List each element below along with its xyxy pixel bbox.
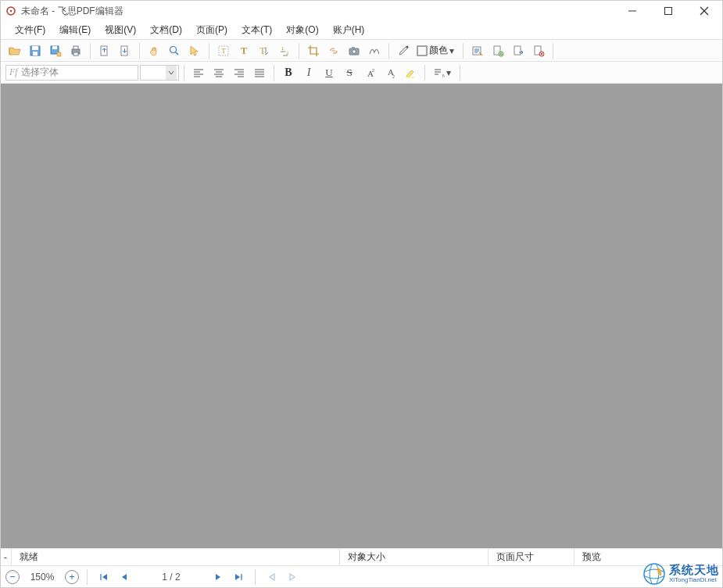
chevron-down-icon: ▾ — [445, 67, 453, 78]
menu-text[interactable]: 文本(T) — [235, 21, 278, 39]
toolbar-separator — [184, 65, 184, 81]
align-justify-button[interactable] — [250, 64, 269, 81]
strikethrough-button[interactable]: S — [340, 64, 359, 81]
document-canvas[interactable] — [1, 84, 722, 548]
align-right-button[interactable] — [230, 64, 249, 81]
text-cursor-button[interactable]: T — [255, 42, 274, 59]
status-bar: ‑ 就绪 对象大小 页面尺寸 预览 — [1, 548, 722, 565]
open-button[interactable] — [5, 42, 24, 59]
zoom-tool-button[interactable] — [165, 42, 184, 59]
status-object-size: 对象大小 — [340, 549, 489, 565]
font-prefix-icon: Ff — [9, 66, 18, 78]
font-family-combo[interactable]: Ff 选择字体 — [5, 65, 138, 81]
window-title: 未命名 - 飞思PDF编辑器 — [21, 5, 123, 18]
align-center-button[interactable] — [209, 64, 228, 81]
color-picker-button[interactable]: 颜色 ▾ — [414, 42, 458, 59]
eyedropper-button[interactable] — [394, 42, 413, 59]
svg-rect-32 — [417, 46, 427, 56]
edit-text-button[interactable]: T — [214, 42, 233, 59]
prev-page-button[interactable] — [116, 568, 133, 586]
delete-page-button[interactable] — [529, 42, 548, 59]
menu-document[interactable]: 文档(D) — [144, 21, 188, 39]
title-bar: 未命名 - 飞思PDF编辑器 — [1, 1, 722, 21]
svg-line-17 — [176, 52, 179, 55]
svg-rect-43 — [406, 77, 414, 78]
svg-rect-3 — [665, 8, 672, 15]
link-button[interactable] — [324, 42, 343, 59]
menu-file[interactable]: 文件(F) — [9, 21, 52, 39]
text-tool-button[interactable]: T — [234, 42, 253, 59]
svg-point-27 — [353, 49, 356, 53]
history-forward-button[interactable] — [284, 568, 301, 586]
toolbar-main: T T T 12 颜色 ▾ — [1, 40, 722, 62]
extract-page-button[interactable] — [509, 42, 528, 59]
svg-rect-13 — [73, 52, 78, 56]
crop-button[interactable] — [304, 42, 323, 59]
hand-tool-button[interactable] — [145, 42, 163, 59]
page-down-button[interactable] — [116, 42, 134, 59]
svg-rect-8 — [33, 52, 38, 56]
window-controls — [614, 1, 722, 21]
svg-point-16 — [170, 46, 177, 52]
italic-button[interactable]: I — [299, 64, 318, 81]
toolbar-separator — [209, 43, 209, 59]
svg-rect-7 — [32, 46, 38, 50]
toolbar-separator — [90, 43, 91, 59]
form-field-button[interactable] — [468, 42, 487, 59]
menu-bar: 文件(F) 编辑(E) 视图(V) 文档(D) 页面(P) 文本(T) 对象(O… — [1, 21, 722, 40]
font-size-combo[interactable] — [140, 65, 179, 81]
underline-button[interactable]: U — [320, 64, 338, 81]
next-page-button[interactable] — [209, 568, 227, 586]
close-button[interactable] — [686, 1, 722, 21]
menu-view[interactable]: 视图(V) — [98, 21, 142, 39]
menu-account[interactable]: 账户(H) — [327, 21, 371, 39]
select-tool-button[interactable] — [185, 42, 204, 59]
bold-button[interactable]: B — [279, 64, 298, 81]
nav-separator — [87, 569, 88, 585]
line-spacing-button[interactable]: 12 — [275, 42, 294, 59]
history-back-button[interactable] — [263, 568, 281, 586]
add-page-button[interactable] — [489, 42, 507, 59]
page-up-button[interactable] — [95, 42, 114, 59]
svg-rect-28 — [352, 47, 355, 48]
chevron-down-icon — [166, 66, 177, 80]
minimize-button[interactable] — [614, 1, 650, 21]
watermark-logo: 系统天地 XiTongTianDi.net — [642, 562, 719, 586]
nav-bar: − 150% + 1 / 2 — [1, 565, 722, 587]
first-page-button[interactable] — [95, 568, 113, 586]
subscript-button[interactable]: A2 — [381, 64, 399, 81]
save-button[interactable] — [26, 42, 45, 59]
toolbar-separator — [463, 43, 464, 59]
maximize-button[interactable] — [650, 1, 686, 21]
zoom-in-button[interactable]: + — [65, 570, 79, 584]
save-as-button[interactable] — [46, 42, 65, 59]
menu-page[interactable]: 页面(P) — [190, 21, 234, 39]
zoom-out-button[interactable]: − — [5, 570, 20, 584]
last-page-button[interactable] — [230, 568, 247, 586]
highlight-button[interactable] — [401, 64, 420, 81]
svg-rect-36 — [514, 46, 521, 55]
zoom-level[interactable]: 150% — [23, 572, 62, 583]
svg-text:2: 2 — [392, 74, 395, 79]
menu-object[interactable]: 对象(O) — [280, 21, 324, 39]
watermark-en: XiTongTianDi.net — [669, 577, 719, 584]
status-collapse-button[interactable]: ‑ — [1, 549, 12, 565]
status-page-size: 页面尺寸 — [489, 549, 574, 565]
align-left-button[interactable] — [189, 64, 208, 81]
svg-text:T: T — [241, 45, 248, 56]
print-button[interactable] — [66, 42, 85, 59]
superscript-button[interactable]: A2 — [360, 64, 379, 81]
shape-button[interactable] — [365, 42, 384, 59]
toolbar-text: Ff 选择字体 B I U S A2 A2 N ▾ — [1, 62, 722, 84]
svg-text:T: T — [259, 45, 266, 56]
svg-rect-10 — [52, 46, 57, 49]
font-placeholder: 选择字体 — [21, 66, 59, 79]
nav-separator — [255, 569, 256, 585]
menu-edit[interactable]: 编辑(E) — [53, 21, 97, 39]
snapshot-button[interactable] — [345, 42, 363, 59]
svg-rect-12 — [73, 46, 78, 49]
svg-text:2: 2 — [372, 68, 374, 73]
paragraph-options-button[interactable]: N ▾ — [430, 64, 455, 81]
svg-point-29 — [406, 45, 409, 48]
page-indicator[interactable]: 1 / 2 — [136, 572, 206, 583]
